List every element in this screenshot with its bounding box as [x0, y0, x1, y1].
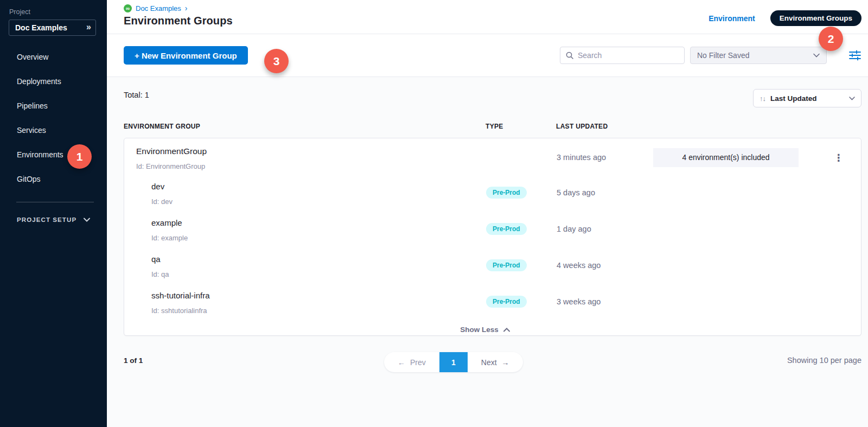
group-last-updated: 3 minutes ago: [557, 153, 606, 162]
environment-row[interactable]: qa Id: qa Pre-Prod 4 weeks ago: [124, 250, 861, 286]
environment-type-badge: Pre-Prod: [486, 187, 527, 199]
project-selector[interactable]: Doc Examples »: [9, 20, 96, 36]
sidebar-item-label: Overview: [17, 53, 48, 61]
environment-type-badge: Pre-Prod: [486, 259, 527, 271]
main-area: ∞ Doc Examples › Environment Groups Envi…: [107, 0, 868, 427]
pagination-bar: 1 of 1 ← Prev 1 Next → Showing 10 per pa…: [124, 336, 861, 385]
environment-row[interactable]: example Id: example Pre-Prod 1 day ago: [124, 214, 861, 250]
project-label: Project: [9, 8, 107, 16]
environment-name: qa: [151, 254, 161, 264]
saved-filter-value: No Filter Saved: [697, 51, 749, 60]
sidebar-item-pipelines[interactable]: Pipelines: [0, 93, 107, 118]
new-environment-group-button[interactable]: + New Environment Group: [124, 46, 248, 65]
show-less-label: Show Less: [460, 326, 499, 334]
filter-sliders-icon: [849, 50, 861, 61]
tab-environment[interactable]: Environment: [709, 14, 755, 23]
table-header-row: ENVIRONMENT GROUP TYPE LAST UPDATED: [124, 123, 861, 135]
chevron-down-icon: [813, 53, 820, 58]
group-name: EnvironmentGroup: [136, 146, 207, 156]
double-chevron-icon: »: [86, 22, 90, 32]
breadcrumb-project-link[interactable]: Doc Examples: [136, 4, 181, 12]
sidebar-item-gitops[interactable]: GitOps: [0, 167, 107, 191]
column-type: TYPE: [486, 123, 503, 130]
search-box[interactable]: [560, 47, 685, 64]
column-last-updated: LAST UPDATED: [556, 123, 608, 130]
chevron-down-icon: [849, 97, 855, 100]
environment-id: Id: sshtutorialinfra: [151, 307, 207, 315]
sort-dropdown[interactable]: ↑↓ Last Updated: [753, 89, 861, 107]
column-environment-group: ENVIRONMENT GROUP: [124, 123, 200, 130]
sort-value: Last Updated: [770, 94, 817, 103]
current-page-button[interactable]: 1: [439, 352, 468, 372]
next-label: Next: [481, 358, 497, 367]
sidebar-item-label: Environments: [17, 150, 63, 159]
environment-name: example: [151, 218, 182, 227]
environment-group-row[interactable]: EnvironmentGroup Id: EnvironmentGroup 3 …: [124, 138, 861, 177]
environment-last-updated: 1 day ago: [557, 225, 591, 233]
arrow-right-icon: →: [502, 358, 509, 367]
sidebar-item-label: Services: [17, 126, 46, 135]
sidebar-item-label: Deployments: [17, 77, 61, 86]
environment-name: dev: [151, 182, 164, 191]
environments-included-button[interactable]: 4 environment(s) included: [653, 148, 799, 167]
sidebar-item-services[interactable]: Services: [0, 118, 107, 142]
project-setup-label: PROJECT SETUP: [17, 216, 76, 223]
show-less-toggle[interactable]: Show Less: [117, 323, 853, 336]
environment-last-updated: 5 days ago: [557, 188, 595, 197]
environment-row[interactable]: dev Id: dev Pre-Prod 5 days ago: [124, 177, 861, 214]
sidebar-item-deployments[interactable]: Deployments: [0, 69, 107, 93]
sidebar-item-label: Pipelines: [17, 101, 48, 110]
row-menu-button[interactable]: ⋮: [831, 151, 847, 165]
sidebar-divider: [16, 202, 94, 202]
environment-type-badge: Pre-Prod: [486, 296, 527, 308]
group-id: Id: EnvironmentGroup: [136, 162, 205, 170]
project-name: Doc Examples: [15, 23, 67, 32]
prev-label: Prev: [410, 358, 426, 367]
list-topbar: Total: 1 ↑↓ Last Updated: [124, 77, 861, 109]
sort-arrows-icon: ↑↓: [760, 94, 765, 103]
filter-settings-button[interactable]: [848, 49, 861, 62]
project-setup-toggle[interactable]: PROJECT SETUP: [17, 216, 107, 223]
page-info: 1 of 1: [124, 356, 143, 365]
tab-environment-groups[interactable]: Environment Groups: [770, 10, 861, 26]
sidebar-nav: Overview Deployments Pipelines Services …: [0, 44, 107, 191]
sidebar-item-label: GitOps: [17, 175, 41, 183]
breadcrumb-separator: ›: [185, 4, 188, 12]
saved-filter-dropdown[interactable]: No Filter Saved: [690, 47, 827, 64]
environment-group-card: EnvironmentGroup Id: EnvironmentGroup 3 …: [124, 138, 861, 336]
environment-rows: dev Id: dev Pre-Prod 5 days ago example …: [124, 177, 861, 323]
chevron-up-icon: [503, 328, 510, 332]
environment-id: Id: qa: [151, 270, 169, 278]
page-header: ∞ Doc Examples › Environment Groups Envi…: [107, 0, 868, 34]
environment-id: Id: dev: [151, 197, 173, 206]
next-page-button[interactable]: Next →: [468, 352, 523, 372]
environment-last-updated: 4 weeks ago: [557, 261, 601, 270]
annotation-badge-1: 1: [67, 144, 92, 169]
environment-name: ssh-tutorial-infra: [151, 291, 210, 300]
environment-type-badge: Pre-Prod: [486, 223, 527, 235]
annotation-badge-3: 3: [264, 49, 289, 73]
content-area: Total: 1 ↑↓ Last Updated ENVIRONMENT GRO…: [107, 77, 868, 427]
header-tabs: Environment Environment Groups: [709, 10, 861, 26]
environment-row[interactable]: ssh-tutorial-infra Id: sshtutorialinfra …: [124, 286, 861, 323]
search-input[interactable]: [578, 51, 679, 60]
total-count: Total: 1: [124, 91, 149, 99]
pager: ← Prev 1 Next →: [384, 352, 523, 372]
sidebar-item-overview[interactable]: Overview: [0, 44, 107, 69]
project-sidebar: Project Doc Examples » Overview Deployme…: [0, 0, 107, 427]
chevron-down-icon: [84, 218, 90, 222]
app-root: Project Doc Examples » Overview Deployme…: [0, 0, 868, 427]
per-page-info: Showing 10 per page: [787, 356, 861, 365]
arrow-left-icon: ←: [398, 358, 405, 367]
environment-last-updated: 3 weeks ago: [557, 297, 601, 306]
search-icon: [566, 52, 573, 59]
harness-cd-module-icon: ∞: [124, 4, 132, 12]
annotation-badge-2: 2: [819, 27, 843, 51]
environment-id: Id: example: [151, 234, 188, 242]
prev-page-button[interactable]: ← Prev: [384, 352, 439, 372]
toolbar: + New Environment Group No Filter Saved: [107, 34, 868, 77]
